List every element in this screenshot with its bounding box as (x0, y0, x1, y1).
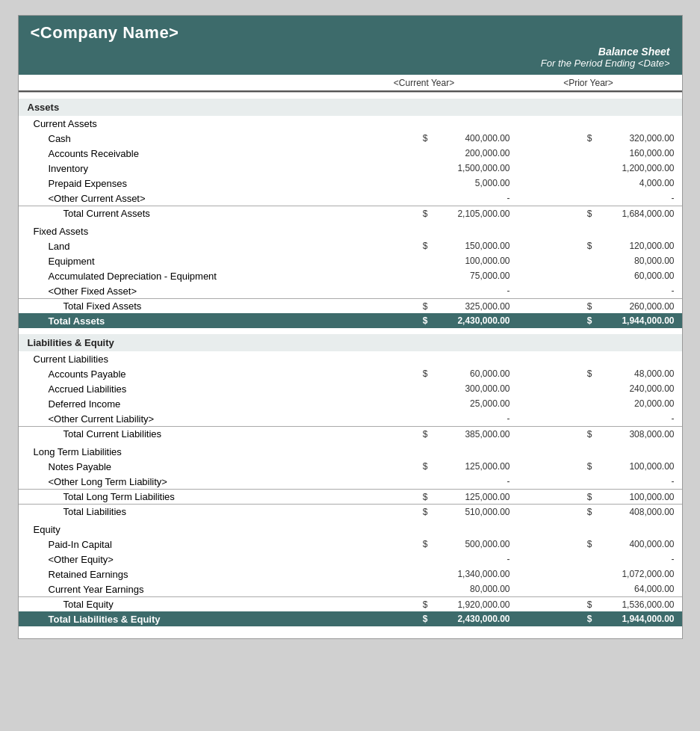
report-subtitle: For the Period Ending <Date> (31, 58, 670, 69)
accrued-liabilities-row: Accrued Liabilities 300,000.00 240,000.0… (19, 381, 682, 396)
prepaid-expenses-row: Prepaid Expenses 5,000.00 4,000.00 (19, 176, 682, 191)
notes-payable-row: Notes Payable $125,000.00 $100,000.00 (19, 459, 682, 474)
total-equity-row: Total Equity $1,920,000.00 $1,536,000.00 (19, 596, 682, 611)
liabilities-equity-section-header: Liabilities & Equity (19, 334, 682, 351)
other-long-term-liability-row: <Other Long Term Liability> - - (19, 474, 682, 489)
total-assets-row: Total Assets $2,430,000.00 $1,944,000.00 (19, 313, 682, 328)
total-liabilities-row: Total Liabilities $510,000.00 $408,000.0… (19, 504, 682, 519)
accounts-payable-row: Accounts Payable $60,000.00 $48,000.00 (19, 366, 682, 381)
land-row: Land $150,000.00 $120,000.00 (19, 238, 682, 253)
long-term-liabilities-subheader: Long Term Liabilities (19, 444, 682, 459)
column-headers: <Current Year> <Prior Year> (19, 75, 682, 92)
deferred-income-row: Deferred Income 25,000.00 20,000.00 (19, 396, 682, 411)
total-fixed-assets-row: Total Fixed Assets $325,000.00 $260,000.… (19, 298, 682, 313)
equipment-row: Equipment 100,000.00 80,000.00 (19, 253, 682, 268)
accounts-receivable-row: Accounts Receivable 200,000.00 160,000.0… (19, 146, 682, 161)
report-title: Balance Sheet (31, 46, 670, 58)
other-fixed-asset-row: <Other Fixed Asset> - - (19, 283, 682, 298)
other-current-liability-row: <Other Current Liability> - - (19, 411, 682, 426)
accumulated-depreciation-row: Accumulated Depreciation - Equipment 75,… (19, 268, 682, 283)
total-liabilities-equity-row: Total Liabilities & Equity $2,430,000.00… (19, 611, 682, 626)
paid-in-capital-row: Paid-In Capital $500,000.00 $400,000.00 (19, 537, 682, 552)
current-year-header: <Current Year> (353, 78, 518, 88)
total-current-liabilities-row: Total Current Liabilities $385,000.00 $3… (19, 426, 682, 441)
total-current-assets-row: Total Current Assets $2,105,000.00 $1,68… (19, 206, 682, 220)
retained-earnings-row: Retained Earnings 1,340,000.00 1,072,000… (19, 567, 682, 582)
fixed-assets-subheader: Fixed Assets (19, 223, 682, 238)
current-assets-subheader: Current Assets (19, 116, 682, 131)
balance-sheet: <Company Name> Balance Sheet For the Per… (18, 15, 683, 639)
cash-row: Cash $400,000.00 $320,000.00 (19, 131, 682, 146)
total-long-term-liabilities-row: Total Long Term Liabilities $125,000.00 … (19, 489, 682, 504)
prior-year-header: <Prior Year> (518, 78, 682, 88)
header-block: <Company Name> Balance Sheet For the Per… (19, 16, 682, 75)
equity-subheader: Equity (19, 522, 682, 537)
inventory-row: Inventory 1,500,000.00 1,200,000.00 (19, 161, 682, 176)
other-equity-row: <Other Equity> - - (19, 552, 682, 567)
other-current-asset-row: <Other Current Asset> - - (19, 191, 682, 206)
assets-section-header: Assets (19, 99, 682, 116)
company-name: <Company Name> (31, 23, 670, 43)
current-liabilities-subheader: Current Liabilities (19, 351, 682, 366)
current-year-earnings-row: Current Year Earnings 80,000.00 64,000.0… (19, 582, 682, 596)
